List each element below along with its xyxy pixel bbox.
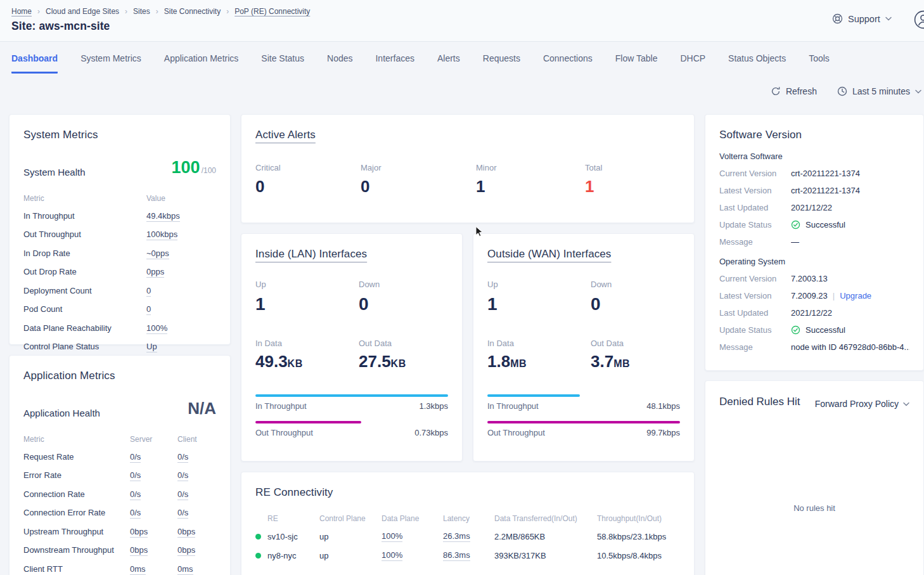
control-plane-value: up [319, 551, 382, 560]
out-throughput-bar [255, 421, 361, 423]
wan-interfaces-card: Outside (WAN) Interfaces Up 1 Down 0 In … [473, 233, 695, 462]
system-health-label: System Health [23, 167, 86, 178]
throughput-value: 10.5kbps/8.4kbps [597, 551, 680, 560]
software-row-label: Current Version [719, 274, 791, 283]
data-transferred-value: 2.2MB/865KB [494, 532, 597, 541]
wan-data-stats: In Data 1.8MB Out Data 3.7MB [487, 339, 680, 371]
software-version-row: Last Updated2021/12/22 [719, 203, 909, 212]
clock-icon [837, 86, 847, 96]
tab-dhcp[interactable]: DHCP [680, 53, 705, 74]
software-row-label: Update Status [719, 325, 791, 335]
alert-stat-major: Major0 [361, 163, 476, 197]
refresh-button[interactable]: Refresh [771, 86, 817, 96]
re-table-header: REControl PlaneData PlaneLatencyData Tra… [255, 514, 680, 523]
upgrade-link[interactable]: Upgrade [840, 291, 871, 300]
server-value[interactable]: 0/s [130, 508, 141, 519]
header: Home›Cloud and Edge Sites›Sites›Site Con… [0, 0, 924, 42]
client-value[interactable]: 0/s [177, 470, 188, 481]
software-section-title: Volterra Software [719, 152, 909, 161]
software-row-label: Update Status [719, 220, 791, 229]
metric-name: In Drop Rate [23, 249, 146, 259]
tab-alerts[interactable]: Alerts [437, 53, 460, 74]
up-value: 1 [487, 294, 591, 314]
chevron-down-icon [915, 89, 921, 94]
policy-dropdown[interactable]: Forward Proxy Policy [815, 399, 909, 409]
application-metric-row: Downstream Throughput0bps0bps [23, 545, 216, 556]
server-value[interactable]: 0ms [130, 564, 146, 575]
health-max: /100 [202, 166, 216, 175]
metric-value[interactable]: ~0pps [146, 249, 169, 259]
software-version-sections: Volterra SoftwareCurrent Versioncrt-2021… [719, 152, 909, 352]
breadcrumb-link[interactable]: Site Connectivity [164, 7, 221, 16]
down-value: 0 [359, 294, 448, 314]
application-metric-row: Upstream Throughput0bps0bps [23, 527, 216, 538]
out-throughput-value: 99.7kbps [646, 428, 680, 437]
client-value[interactable]: 0/s [177, 508, 188, 519]
tab-status-objects[interactable]: Status Objects [728, 53, 786, 74]
metric-value[interactable]: 0 [146, 304, 151, 315]
tab-nodes[interactable]: Nodes [327, 53, 352, 74]
out-data-value: 3.7MB [591, 352, 680, 371]
tab-site-status[interactable]: Site Status [261, 53, 304, 74]
latency-value[interactable]: 86.3ms [443, 550, 470, 561]
lan-interfaces-card: Inside (LAN) Interfaces Up 1 Down 0 In D… [241, 233, 463, 462]
software-version-row: Latest Version7.2009.23|Upgrade [719, 291, 909, 300]
alert-stat-value: 0 [361, 177, 476, 197]
data-plane-value[interactable]: 100% [382, 550, 402, 561]
software-version-row: Current Versioncrt-20211221-1374 [719, 169, 909, 178]
breadcrumb-link[interactable]: PoP (RE) Connectivity [234, 7, 310, 16]
update-status-text: Successful [805, 220, 845, 229]
wan-interfaces-title[interactable]: Outside (WAN) Interfaces [487, 248, 680, 261]
support-menu[interactable]: Support [832, 13, 892, 24]
breadcrumb-link[interactable]: Cloud and Edge Sites [46, 7, 119, 16]
client-value[interactable]: 0/s [177, 489, 188, 500]
tab-connections[interactable]: Connections [543, 53, 593, 74]
client-value[interactable]: 0bps [177, 545, 195, 556]
lan-throughput-bars: In Throughput1.3kbps Out Throughput0.73k… [255, 394, 448, 437]
tab-application-metrics[interactable]: Application Metrics [164, 53, 239, 74]
time-range-selector[interactable]: Last 5 minutes [837, 86, 921, 96]
metric-value[interactable]: 100kbps [146, 229, 177, 240]
server-value[interactable]: 0bps [130, 545, 148, 556]
data-plane-value[interactable]: 100% [382, 531, 402, 542]
server-value[interactable]: 0/s [130, 470, 141, 481]
re-connectivity-title: RE Connectivity [255, 486, 680, 499]
re-name: ny8-nyc [267, 551, 319, 560]
tab-requests[interactable]: Requests [483, 53, 520, 74]
tab-interfaces[interactable]: Interfaces [375, 53, 414, 74]
latency-value[interactable]: 26.3ms [443, 531, 470, 542]
tab-tools[interactable]: Tools [809, 53, 830, 74]
server-value[interactable]: 0bps [130, 527, 148, 538]
out-data-label: Out Data [591, 339, 680, 348]
metric-value[interactable]: 0pps [146, 267, 164, 278]
metric-value[interactable]: 49.4kbps [146, 211, 180, 222]
tab-system-metrics[interactable]: System Metrics [80, 53, 141, 74]
tab-dashboard[interactable]: Dashboard [11, 53, 58, 74]
client-value[interactable]: 0bps [177, 527, 195, 538]
metric-value[interactable]: Up [146, 342, 157, 352]
metric-value[interactable]: 100% [146, 323, 167, 334]
metric-name: Pod Count [23, 304, 146, 315]
software-row-value: 7.2003.13 [791, 274, 909, 283]
in-throughput-value: 48.1kbps [646, 401, 680, 411]
software-version-card: Software Version Volterra SoftwareCurren… [705, 114, 924, 371]
software-row-value: crt-20211221-1374 [791, 186, 909, 195]
control-plane-value: up [319, 532, 382, 541]
software-version-row: Latest Versioncrt-20211221-1374 [719, 186, 909, 195]
metrics-table-header: Metric Value [23, 194, 216, 203]
active-alerts-title[interactable]: Active Alerts [255, 129, 680, 141]
breadcrumb-link[interactable]: Sites [133, 7, 150, 16]
app-viewport: Home›Cloud and Edge Sites›Sites›Site Con… [0, 0, 924, 575]
lan-interfaces-title[interactable]: Inside (LAN) Interfaces [255, 248, 448, 261]
client-value[interactable]: 0ms [177, 564, 193, 575]
server-value[interactable]: 0/s [130, 489, 141, 500]
tab-flow-table[interactable]: Flow Table [615, 53, 658, 74]
user-avatar[interactable] [914, 10, 924, 29]
metric-value[interactable]: 0 [146, 286, 151, 297]
system-metric-row: In Drop Rate~0pps [23, 249, 216, 259]
success-check-icon [791, 220, 800, 229]
server-value[interactable]: 0/s [130, 452, 141, 463]
breadcrumb-link[interactable]: Home [11, 7, 32, 16]
chevron-down-icon [885, 16, 892, 21]
client-value[interactable]: 0/s [177, 452, 188, 463]
